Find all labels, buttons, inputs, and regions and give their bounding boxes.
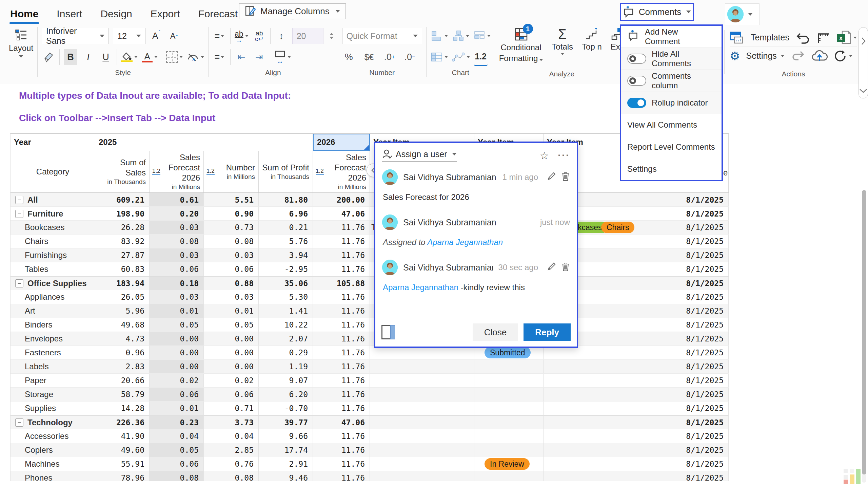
menu-item-hide-all-comments[interactable]: Hide All Comments — [621, 48, 722, 70]
value-cell[interactable]: 2.85 — [204, 443, 259, 457]
value-cell[interactable]: 609.21 — [95, 193, 150, 206]
row-height-input[interactable]: 20 — [292, 28, 323, 44]
value-cell[interactable]: 0.01 — [150, 402, 204, 415]
tab-insert[interactable]: Insert — [57, 8, 82, 20]
value-cell[interactable]: 0.00 — [204, 346, 259, 359]
year-item-cell[interactable] — [370, 402, 474, 415]
value-cell[interactable]: 11.76 — [313, 443, 370, 457]
year-item-cell[interactable] — [544, 346, 646, 359]
value-cell[interactable]: 3.73 — [204, 416, 259, 429]
status-badge[interactable]: Chairs — [601, 222, 634, 233]
value-cell[interactable]: 49.68 — [95, 318, 150, 332]
value-cell[interactable]: 0.05 — [150, 318, 204, 332]
menu-item-view-all-comments[interactable]: View All Comments — [621, 114, 722, 136]
tab-forecast[interactable]: Forecast — [198, 8, 238, 20]
italic-button[interactable]: I — [81, 49, 95, 65]
category-cell[interactable]: Labels — [11, 360, 95, 373]
close-button[interactable]: Close — [473, 323, 518, 341]
table-view-button[interactable] — [431, 49, 448, 65]
increase-indent-button[interactable]: ⇥ — [252, 49, 266, 65]
percent-format-button[interactable]: % — [342, 49, 356, 65]
category-cell[interactable]: Accessories — [11, 429, 95, 443]
settings-button[interactable]: Settings — [746, 51, 776, 61]
value-cell[interactable]: 0.08 — [204, 235, 259, 248]
row-height-stepper[interactable] — [330, 33, 334, 39]
year-item-cell[interactable] — [370, 388, 474, 401]
year-item-cell[interactable] — [474, 388, 544, 401]
value-cell[interactable]: 11.76 — [313, 346, 370, 359]
value-cell[interactable]: 4.73 — [95, 332, 150, 346]
font-name-select[interactable]: Inforiver Sans — [42, 28, 109, 44]
quick-format-select[interactable]: Quick Format — [342, 28, 422, 44]
undo-icon[interactable] — [795, 32, 810, 44]
row-height-button[interactable]: ↕ — [275, 28, 288, 44]
value-cell[interactable]: 39.77 — [259, 416, 313, 429]
value-cell[interactable]: 9.66 — [259, 429, 313, 443]
value-cell[interactable]: 0.06 — [150, 262, 204, 276]
value-cell[interactable]: 55.91 — [95, 457, 150, 471]
value-cell[interactable]: 0.61 — [150, 193, 204, 206]
number-format-mini-icon[interactable]: 1.2 — [206, 168, 215, 175]
menu-item-add-new-comment[interactable]: Add New Comment — [621, 26, 722, 48]
value-cell[interactable]: 0.88 — [204, 277, 259, 290]
category-cell[interactable]: −Office Supplies — [11, 277, 95, 290]
value-cell[interactable]: 1.41 — [259, 304, 313, 318]
year-item-cell[interactable] — [544, 360, 646, 373]
year-item-cell[interactable] — [474, 416, 544, 429]
category-cell[interactable]: Storage — [11, 388, 95, 401]
category-cell[interactable]: Phones — [11, 471, 95, 481]
layout-button[interactable]: Layout — [9, 29, 33, 58]
value-cell[interactable]: 0.21 — [259, 221, 313, 234]
decrease-font-button[interactable]: Aˇ — [167, 28, 181, 44]
value-cell[interactable]: 0.08 — [204, 471, 259, 481]
date-cell[interactable]: 8/1/2025 — [646, 207, 729, 220]
menu-item-report-level-comments[interactable]: Report Level Comments — [621, 136, 722, 158]
menu-item-settings[interactable]: Settings — [621, 158, 722, 180]
value-cell[interactable]: 81.80 — [259, 193, 313, 206]
redo-icon[interactable] — [790, 51, 805, 61]
date-cell[interactable]: 8/1/2025 — [646, 290, 729, 304]
vertical-align-button[interactable]: ≡ — [213, 28, 226, 44]
year-item-cell[interactable] — [544, 416, 646, 429]
value-cell[interactable]: 20.66 — [95, 374, 150, 387]
date-cell[interactable]: 8/1/2025 — [646, 374, 729, 387]
value-cell[interactable]: 0.00 — [150, 346, 204, 359]
year-item-cell[interactable] — [474, 443, 544, 457]
value-cell[interactable]: 9.07 — [259, 374, 313, 387]
date-cell[interactable]: 8/1/2025 — [646, 332, 729, 346]
vertical-scrollbar-thumb[interactable] — [862, 190, 866, 474]
category-cell[interactable]: Art — [11, 304, 95, 318]
value-cell[interactable]: 6.20 — [259, 388, 313, 401]
value-cell[interactable]: 2.83 — [95, 360, 150, 373]
status-badge[interactable]: Submitted — [485, 347, 531, 358]
value-cell[interactable]: 0.06 — [204, 388, 259, 401]
date-cell[interactable]: 8/1/2025 — [646, 457, 729, 471]
star-icon[interactable]: ☆ — [540, 150, 549, 162]
year-item-cell[interactable] — [544, 402, 646, 415]
value-cell[interactable]: 9.46 — [259, 471, 313, 481]
value-cell[interactable]: 0.06 — [150, 457, 204, 471]
value-cell[interactable]: 0.01 — [204, 304, 259, 318]
year-item-cell[interactable] — [370, 457, 474, 471]
value-cell[interactable]: 0.96 — [95, 346, 150, 359]
category-cell[interactable]: Tables — [11, 262, 95, 276]
value-cell[interactable]: 47.06 — [313, 207, 370, 220]
year-item-cell[interactable] — [370, 416, 474, 429]
toggle-on[interactable] — [627, 98, 646, 108]
value-cell[interactable]: 35.06 — [259, 277, 313, 290]
value-cell[interactable]: 2.07 — [259, 332, 313, 346]
value-cell[interactable]: 11.76 — [313, 262, 370, 276]
value-cell[interactable]: 11.76 — [313, 304, 370, 318]
value-cell[interactable]: 0.03 — [150, 221, 204, 234]
currency-format-button[interactable]: $€ — [362, 49, 376, 65]
value-cell[interactable]: 0.02 — [150, 374, 204, 387]
value-cell[interactable]: 0.06 — [150, 388, 204, 401]
category-cell[interactable]: Fasteners — [11, 346, 95, 359]
value-cell[interactable]: 183.94 — [95, 277, 150, 290]
value-cell[interactable]: 0.08 — [150, 235, 204, 248]
value-cell[interactable]: 41.90 — [95, 429, 150, 443]
value-cell[interactable]: 0.03 — [204, 248, 259, 262]
year-item-cell[interactable] — [544, 471, 646, 481]
value-cell[interactable]: 0.08 — [150, 471, 204, 481]
value-cell[interactable]: 6.96 — [259, 207, 313, 220]
